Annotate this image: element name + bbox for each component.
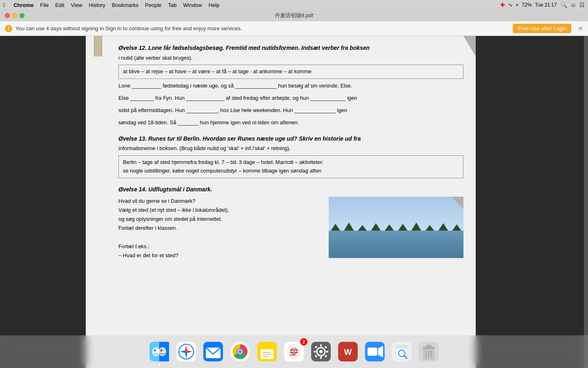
menu-bar:  Chrome File Edit View History Bookmark… bbox=[0, 0, 588, 10]
dock-mail[interactable] bbox=[201, 340, 225, 364]
wps-icon: W bbox=[338, 342, 358, 361]
dock-chrome[interactable] bbox=[228, 340, 252, 364]
svg-point-5 bbox=[154, 350, 156, 352]
dock-reminders[interactable]: ⊙ 2 bbox=[282, 340, 306, 364]
svg-point-34 bbox=[319, 350, 323, 353]
svg-rect-50 bbox=[396, 345, 408, 348]
dock-zoom[interactable] bbox=[363, 340, 387, 364]
svg-rect-37 bbox=[314, 351, 316, 352]
exercise-12-body2: Else ________ fra Fyn. Hun _____________… bbox=[118, 94, 463, 103]
notification-close-button[interactable]: ✕ bbox=[578, 25, 583, 32]
exercise-13-title: Øvelse 13. Runes tur til Berlin. Hvordan… bbox=[118, 135, 463, 143]
svg-point-19 bbox=[238, 350, 242, 354]
dock-wps[interactable]: W bbox=[336, 340, 360, 364]
menu-view[interactable]: View bbox=[68, 1, 86, 9]
svg-rect-36 bbox=[320, 357, 322, 359]
chrome-icon bbox=[230, 342, 250, 361]
exercise-12-wordbox: at blive – at rejse – at have – at være … bbox=[118, 65, 463, 79]
mail-icon bbox=[203, 342, 223, 361]
window-title: 丹麦语初级8.pdf bbox=[275, 12, 313, 19]
svg-rect-46 bbox=[368, 348, 377, 356]
system-preferences-icon bbox=[311, 342, 331, 361]
svg-text:W: W bbox=[344, 348, 352, 357]
exercise-12-subtitle2: i nutid (alle verber skal bruges). bbox=[118, 54, 463, 63]
svg-rect-35 bbox=[320, 344, 322, 347]
free-use-button[interactable]: Free Use after Login bbox=[513, 24, 571, 33]
notification-bar: ! You can use 4 days without signing in.… bbox=[0, 21, 588, 36]
menu-chrome[interactable]: Chrome bbox=[10, 1, 37, 9]
close-button[interactable] bbox=[5, 13, 10, 18]
reminders-badge: 2 bbox=[300, 338, 307, 346]
zoom-icon bbox=[365, 342, 385, 361]
scrollbar[interactable] bbox=[584, 36, 588, 368]
dock-finder[interactable] bbox=[147, 340, 171, 364]
trash-icon bbox=[419, 342, 439, 361]
apple-menu[interactable]:  bbox=[3, 2, 5, 8]
svg-rect-22 bbox=[261, 346, 274, 349]
title-bar: 丹麦语初级8.pdf bbox=[0, 10, 588, 21]
exercise-14-title: Øvelse 14. Udflugtsmål i Danmark. bbox=[118, 186, 463, 194]
menu-bookmarks[interactable]: Bookmarks bbox=[109, 1, 142, 9]
exercise-12-body1: Lone __________ fødselsdag i næste uge, … bbox=[118, 81, 463, 90]
maximize-button[interactable] bbox=[20, 13, 24, 18]
notification-text: You can use 4 days without signing in.Si… bbox=[16, 25, 510, 31]
pdf-content: Øvelse 12. Lone får fødselsdagsbesøg. Fr… bbox=[86, 36, 476, 276]
add-icon: ✚ bbox=[500, 2, 505, 8]
dock-system-preferences[interactable] bbox=[309, 340, 333, 364]
menu-window[interactable]: Window bbox=[180, 1, 205, 9]
search-icon[interactable]: 🔍 bbox=[560, 2, 567, 8]
user-icon[interactable]: ☺ bbox=[570, 2, 576, 8]
exercise-12-body4: søndag ved 18-tiden. Så _______ hun hjem… bbox=[118, 118, 463, 127]
menu-edit[interactable]: Edit bbox=[52, 1, 67, 9]
menu-history[interactable]: History bbox=[86, 1, 109, 9]
preview-icon bbox=[392, 342, 412, 361]
notification-icon: ! bbox=[5, 25, 12, 32]
svg-text:⊙: ⊙ bbox=[290, 345, 298, 356]
menu-extras-icon[interactable]: ☷ bbox=[579, 2, 585, 8]
reminders-icon: ⊙ bbox=[284, 342, 304, 361]
dock-safari[interactable] bbox=[174, 340, 198, 364]
menu-people[interactable]: People bbox=[142, 1, 165, 9]
svg-point-6 bbox=[160, 350, 163, 352]
left-margin bbox=[0, 36, 86, 368]
pdf-page: Øvelse 12. Lone får fødselsdagsbesøg. Fr… bbox=[86, 36, 476, 368]
exercise-14-image bbox=[329, 197, 463, 258]
menu-file[interactable]: File bbox=[37, 1, 52, 9]
traffic-lights bbox=[5, 13, 24, 18]
wifi-icon: ⌖ bbox=[516, 2, 519, 8]
exercise-13: Øvelse 13. Runes tur til Berlin. Hvordan… bbox=[118, 135, 463, 178]
safari-icon bbox=[176, 342, 196, 361]
browser-window: 丹麦语初级8.pdf ! You can use 4 days without … bbox=[0, 10, 588, 368]
notes-icon bbox=[257, 342, 277, 361]
exercise-14-content: Hvad vil du gerne se i Danmark? Vælg et … bbox=[118, 197, 463, 260]
exercise-14-text: Hvad vil du gerne se i Danmark? Vælg et … bbox=[118, 197, 321, 260]
minimize-button[interactable] bbox=[12, 13, 17, 18]
bluetooth-icon: ∿ bbox=[508, 2, 512, 8]
content-area: Øvelse 12. Lone får fødselsdagsbesøg. Fr… bbox=[0, 36, 588, 368]
dock-preview[interactable] bbox=[390, 340, 414, 364]
battery-percent: 72% bbox=[522, 2, 532, 8]
svg-rect-38 bbox=[326, 351, 328, 352]
exercise-13-subtitle2: informationerne i boksen. (Brug både nut… bbox=[118, 144, 463, 153]
right-margin bbox=[476, 36, 588, 368]
exercise-12: Øvelse 12. Lone får fødselsdagsbesøg. Fr… bbox=[118, 44, 463, 128]
chrome-dot bbox=[239, 364, 241, 366]
clock: Tue 21:17 bbox=[535, 2, 557, 8]
exercise-12-title: Øvelse 12. Lone får fødselsdagsbesøg. Fr… bbox=[118, 44, 463, 52]
wps-dot bbox=[347, 364, 349, 366]
exercise-12-body3: sidst på eftermiddagen. Hun ___________ … bbox=[118, 106, 463, 115]
menu-status-area: ✚ ∿ ⌖ 72% Tue 21:17 🔍 ☺ ☷ bbox=[500, 2, 585, 8]
menu-help[interactable]: Help bbox=[205, 1, 223, 9]
menu-tab[interactable]: Tab bbox=[165, 1, 180, 9]
exercise-13-box: Berlin – tage af sted hjemmefra fredag k… bbox=[118, 155, 463, 178]
exercise-14: Øvelse 14. Udflugtsmål i Danmark. Hvad v… bbox=[118, 186, 463, 260]
finder-icon bbox=[149, 342, 169, 361]
finder-dot bbox=[158, 364, 160, 366]
svg-rect-56 bbox=[426, 345, 431, 348]
dock-notes[interactable] bbox=[255, 340, 279, 364]
dock: ⊙ 2 W bbox=[0, 335, 588, 368]
dock-trash[interactable] bbox=[417, 340, 441, 364]
svg-point-3 bbox=[152, 347, 160, 356]
svg-point-4 bbox=[159, 347, 166, 356]
